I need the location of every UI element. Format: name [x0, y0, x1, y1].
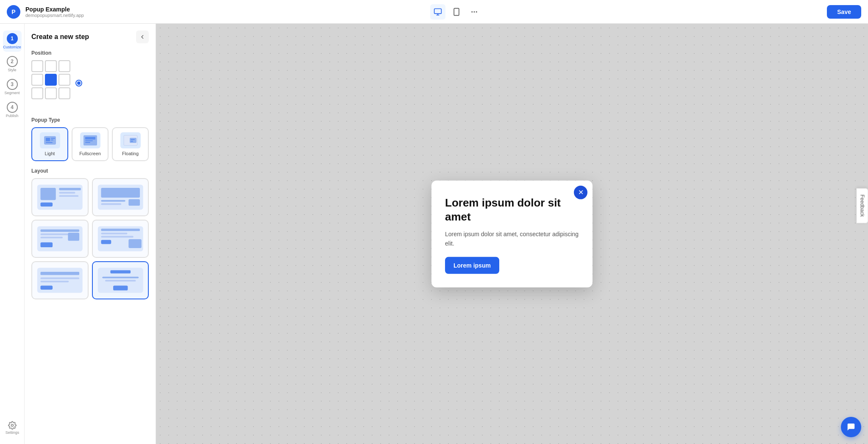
floating-icon	[120, 132, 141, 148]
popup-type-section-label: Popup Type	[31, 117, 149, 123]
svg-rect-32	[101, 203, 121, 205]
position-section-label: Position	[31, 50, 149, 56]
svg-rect-44	[128, 239, 142, 248]
svg-rect-46	[40, 272, 79, 275]
layout-card-1[interactable]	[31, 178, 89, 216]
popup-cta-button[interactable]: Lorem ipsum	[445, 257, 499, 274]
nav-number-1: 1	[7, 33, 18, 44]
svg-rect-37	[68, 233, 79, 241]
svg-rect-41	[101, 233, 127, 235]
nav-number-4: 4	[7, 102, 18, 113]
pos-bot-right[interactable]	[58, 87, 70, 99]
settings-label: Settings	[6, 430, 19, 435]
floating-label: Floating	[122, 151, 139, 156]
svg-rect-42	[101, 236, 133, 237]
panel: Create a new step Position Popup Type	[25, 24, 156, 444]
layout-card-3[interactable]	[31, 220, 89, 258]
svg-rect-29	[101, 188, 140, 198]
app-logo: P	[7, 5, 20, 19]
svg-rect-0	[434, 8, 441, 14]
site-info: Popup Example demopopupsmart.netlify.app	[25, 6, 84, 18]
svg-rect-48	[40, 281, 69, 282]
type-card-light[interactable]: Light	[31, 127, 68, 161]
popup-heading: Lorem ipsum dolor sit amet	[445, 195, 579, 224]
settings-nav: Settings	[0, 419, 25, 437]
position-grid	[31, 60, 70, 99]
svg-rect-35	[40, 234, 69, 235]
settings-item[interactable]: Settings	[3, 419, 22, 437]
popup-type-grid: Light Fullscreen	[31, 127, 149, 161]
layout-card-6[interactable]	[92, 261, 149, 299]
svg-rect-11	[46, 142, 53, 143]
topbar-left: P Popup Example demopopupsmart.netlify.a…	[7, 5, 84, 19]
svg-rect-3	[454, 8, 459, 15]
pos-mid-center[interactable]	[45, 74, 57, 86]
chat-bubble[interactable]	[841, 417, 861, 437]
sidebar-item-style[interactable]: 2 Style	[3, 53, 22, 75]
svg-rect-17	[85, 142, 90, 143]
pos-top-center[interactable]	[45, 60, 57, 72]
svg-rect-53	[105, 280, 136, 282]
sidebar-item-publish[interactable]: 4 Publish	[3, 99, 22, 120]
sidebar-item-customize[interactable]: 1 Customize	[3, 31, 22, 52]
topbar-right: Save	[827, 5, 861, 19]
svg-rect-38	[40, 243, 53, 247]
pos-mid-right[interactable]	[58, 74, 70, 86]
position-radio[interactable]	[75, 80, 82, 87]
topbar: P Popup Example demopopupsmart.netlify.a…	[0, 0, 868, 24]
desktop-device-btn[interactable]	[430, 4, 445, 20]
popup-close-button[interactable]: ✕	[574, 185, 587, 199]
svg-rect-12	[51, 138, 55, 139]
svg-rect-15	[85, 137, 95, 140]
pos-top-right[interactable]	[58, 60, 70, 72]
pos-bot-center[interactable]	[45, 87, 57, 99]
svg-point-5	[471, 11, 473, 12]
main-canvas: ✕ Lorem ipsum dolor sit amet Lorem ipsum…	[156, 24, 868, 444]
svg-rect-36	[40, 237, 62, 238]
pos-bot-left[interactable]	[31, 87, 43, 99]
svg-rect-51	[110, 270, 131, 274]
back-button[interactable]	[136, 31, 149, 43]
svg-point-6	[473, 11, 475, 12]
sidebar-label-segment: Segment	[4, 91, 19, 95]
svg-point-7	[476, 11, 477, 12]
sidebar-label-style: Style	[8, 68, 16, 72]
svg-rect-25	[59, 192, 75, 194]
svg-rect-16	[85, 140, 93, 141]
layout-card-2[interactable]	[92, 178, 149, 216]
svg-rect-19	[130, 138, 136, 143]
svg-rect-21	[131, 141, 133, 142]
svg-rect-43	[101, 240, 111, 244]
sidebar-label-customize: Customize	[3, 45, 21, 49]
topbar-save-button[interactable]: Save	[827, 5, 861, 19]
light-icon	[40, 132, 60, 148]
type-card-fullscreen[interactable]: Fullscreen	[72, 127, 108, 161]
svg-rect-30	[101, 200, 125, 202]
topbar-center	[430, 4, 481, 20]
more-options-btn[interactable]	[467, 5, 481, 19]
svg-rect-26	[59, 195, 78, 197]
svg-rect-52	[102, 276, 139, 278]
sidebar-item-segment[interactable]: 3 Segment	[3, 76, 22, 98]
svg-rect-49	[40, 285, 53, 290]
sidebar-label-publish: Publish	[6, 114, 19, 118]
nav-number-3: 3	[7, 79, 18, 90]
pos-top-left[interactable]	[31, 60, 43, 72]
nav-number-2: 2	[7, 56, 18, 67]
layout-card-4[interactable]	[92, 220, 149, 258]
feedback-tab[interactable]: Feedback	[857, 188, 868, 223]
svg-point-8	[11, 424, 14, 427]
mobile-device-btn[interactable]	[449, 4, 464, 20]
sidebar-nav: 1 Customize 2 Style 3 Segment 4 Publish	[0, 24, 25, 444]
fullscreen-label: Fullscreen	[79, 151, 101, 156]
svg-rect-54	[113, 285, 128, 290]
svg-rect-27	[40, 202, 53, 207]
layout-grid	[31, 178, 149, 299]
layout-card-5[interactable]	[31, 261, 89, 299]
site-name: Popup Example	[25, 6, 84, 13]
light-label: Light	[45, 151, 55, 156]
layout-section-label: Layout	[31, 168, 149, 174]
panel-title: Create a new step	[31, 33, 89, 41]
type-card-floating[interactable]: Floating	[112, 127, 149, 161]
pos-mid-left[interactable]	[31, 74, 43, 86]
